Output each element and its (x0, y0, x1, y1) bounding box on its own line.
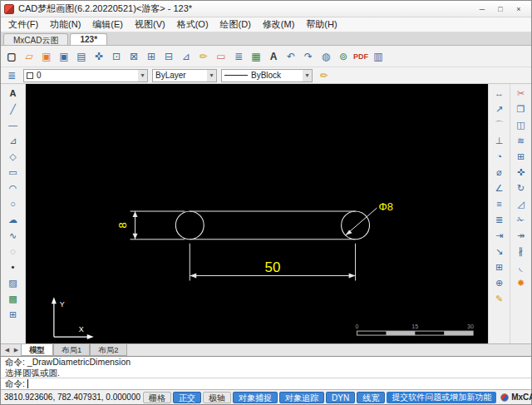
arc-length-dimension-icon[interactable]: ⌒ (490, 117, 509, 132)
web-cloud-icon[interactable]: ◍ (318, 48, 334, 65)
toggle-lineweight[interactable]: 线宽 (357, 392, 385, 403)
circle-tool-icon[interactable]: ○ (4, 196, 22, 211)
toggle-ortho[interactable]: 正交 (173, 392, 201, 403)
hatch-tool-icon[interactable]: ▨ (4, 275, 22, 290)
tolerance-icon[interactable]: ⊞ (490, 259, 509, 274)
fillet-tool-icon[interactable]: ◟ (512, 259, 530, 274)
linear-dimension-icon[interactable]: ↔ (490, 86, 509, 101)
diameter-dimension-icon[interactable]: ⌀ (490, 165, 509, 180)
dimension-style-icon[interactable]: ✎ (490, 291, 509, 306)
layout-tab-model[interactable]: 模型 (21, 344, 53, 356)
undo-icon[interactable]: ↶ (283, 48, 299, 65)
extend-tool-icon[interactable]: ↠ (512, 228, 530, 243)
trim-tool-icon[interactable]: ✁ (512, 212, 530, 227)
tab-drawing-123[interactable]: 123* (70, 33, 107, 45)
mirror-tool-icon[interactable]: ◫ (512, 117, 530, 132)
zoom-extents-icon[interactable]: ⊞ (143, 48, 160, 65)
construction-line-tool-icon[interactable]: — (4, 117, 22, 132)
command-input[interactable]: 命令: (1, 378, 531, 389)
layer-manager-icon[interactable]: ≣ (4, 69, 19, 82)
offset-tool-icon[interactable]: ≋ (512, 133, 530, 148)
move-tool-icon[interactable]: ✜ (512, 165, 530, 180)
toggle-osnap[interactable]: 对象捕捉 (233, 392, 278, 403)
draw-pencil-icon[interactable]: ✏ (195, 48, 212, 65)
text-tool-icon[interactable]: A (4, 86, 22, 101)
pencil-icon[interactable]: ✏ (317, 69, 332, 82)
line-tool-icon[interactable]: ╱ (4, 101, 22, 116)
toggle-polar[interactable]: 极轴 (203, 392, 231, 403)
layers-icon[interactable]: ≣ (230, 48, 247, 65)
linetype-select[interactable]: ByBlock ▾ (221, 69, 313, 82)
menu-file[interactable]: 文件(F) (2, 18, 44, 31)
tab-scroll-left-icon[interactable]: ◀ (2, 347, 12, 353)
zoom-dynamic-icon[interactable]: ⊠ (126, 48, 142, 65)
minimize-button[interactable]: ─ (473, 5, 491, 13)
close-button[interactable]: × (510, 5, 528, 13)
rotate-tool-icon[interactable]: ↻ (512, 180, 530, 195)
menu-function[interactable]: 功能(N) (44, 18, 86, 31)
radius-dimension-icon[interactable]: ◔ (490, 149, 509, 164)
baseline-dimension-icon[interactable]: ≣ (490, 212, 509, 227)
chevron-down-icon[interactable]: ▾ (207, 70, 216, 81)
menu-edit[interactable]: 编辑(E) (86, 18, 129, 31)
chevron-down-icon[interactable]: ▾ (138, 70, 147, 81)
toggle-dyn[interactable]: DYN (326, 392, 355, 403)
layer-select[interactable]: 0 ▾ (23, 69, 148, 82)
spline-tool-icon[interactable]: ∿ (4, 228, 22, 243)
menu-modify[interactable]: 修改(M) (257, 18, 301, 31)
redo-icon[interactable]: ↷ (300, 48, 317, 65)
rectangle-tool-icon[interactable]: ▭ (4, 165, 22, 180)
measure-icon[interactable]: ⊿ (178, 48, 195, 65)
chevron-down-icon[interactable]: ▾ (303, 70, 312, 81)
eraser-icon[interactable]: ▭ (213, 48, 229, 65)
toggle-otrack[interactable]: 对象追踪 (279, 392, 324, 403)
copy-tool-icon[interactable]: ❐ (512, 101, 530, 116)
menu-view[interactable]: 视图(V) (129, 18, 171, 31)
zoom-window-icon[interactable]: ⊡ (108, 48, 125, 65)
polyline-tool-icon[interactable]: ⊿ (4, 133, 22, 148)
share-icon[interactable]: ⊚ (335, 48, 352, 65)
save-file-icon[interactable]: ▣ (38, 48, 55, 65)
color-select[interactable]: ByLayer ▾ (152, 69, 217, 82)
toggle-grid[interactable]: 栅格 (143, 392, 171, 403)
array-tool-icon[interactable]: ⊞ (512, 149, 530, 164)
menu-help[interactable]: 帮助(H) (300, 18, 342, 31)
drawing-canvas[interactable]: 8 50 Φ8 (26, 84, 488, 343)
new-file-icon[interactable]: ▢ (3, 48, 20, 65)
angular-dimension-icon[interactable]: ∠ (490, 180, 509, 195)
save-as-icon[interactable]: ▣ (56, 48, 72, 65)
layout-tab-1[interactable]: 布局1 (53, 344, 90, 356)
scale-tool-icon[interactable]: ◿ (512, 196, 530, 211)
revcloud-tool-icon[interactable]: ☁ (4, 212, 22, 227)
polygon-tool-icon[interactable]: ◇ (4, 149, 22, 164)
zoom-previous-icon[interactable]: ⊟ (160, 48, 177, 65)
print-icon[interactable]: ▤ (73, 48, 90, 65)
ordinate-dimension-icon[interactable]: ⊥ (490, 133, 509, 148)
pan-icon[interactable]: ✜ (91, 48, 107, 65)
color-palette-icon[interactable]: ▦ (248, 48, 264, 65)
open-file-icon[interactable]: ▱ (21, 48, 37, 65)
pdf-export-icon[interactable]: PDF (352, 48, 369, 65)
quick-dimension-icon[interactable]: ≡ (490, 196, 509, 211)
arc-tool-icon[interactable]: ◠ (4, 180, 22, 195)
menu-format[interactable]: 格式(O) (171, 18, 214, 31)
maximize-button[interactable]: □ (491, 5, 510, 13)
text-style-icon[interactable]: A (265, 48, 282, 65)
aligned-dimension-icon[interactable]: ↗ (490, 101, 509, 116)
block-insert-tool-icon[interactable]: ⊞ (4, 307, 22, 322)
feedback-link[interactable]: 提交软件问题或增加新功能 (387, 392, 496, 403)
leader-icon[interactable]: ↘ (490, 244, 509, 259)
gradient-tool-icon[interactable]: ▩ (4, 291, 22, 306)
tab-scroll-right-icon[interactable]: ▶ (12, 347, 21, 353)
explode-tool-icon[interactable]: ✸ (512, 275, 530, 290)
ellipse-tool-icon[interactable]: ◌ (4, 244, 22, 259)
tab-mxcad-cloud[interactable]: MxCAD云图 (3, 33, 68, 45)
continue-dimension-icon[interactable]: ⇥ (490, 228, 509, 243)
erase-tool-icon[interactable]: ✂ (512, 86, 530, 101)
center-mark-icon[interactable]: ⊕ (490, 275, 509, 290)
break-tool-icon[interactable]: ∦ (512, 244, 530, 259)
layout-tab-2[interactable]: 布局2 (90, 344, 126, 356)
image-export-icon[interactable]: ▥ (370, 48, 387, 65)
menu-draw[interactable]: 绘图(D) (214, 18, 257, 31)
point-tool-icon[interactable]: • (4, 259, 22, 274)
